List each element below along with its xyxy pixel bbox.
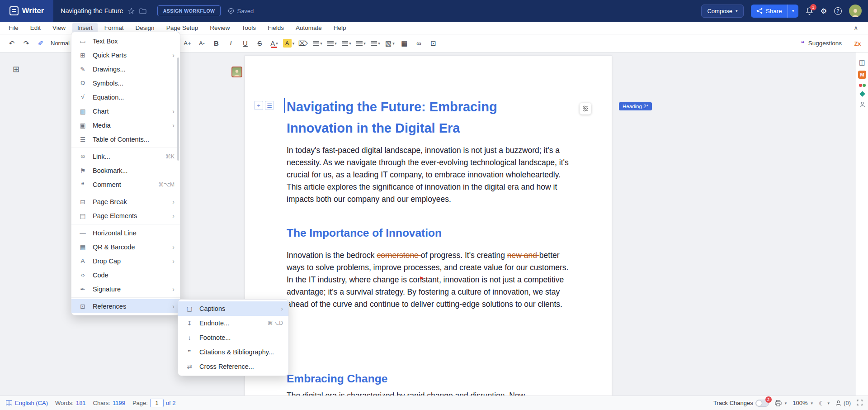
chevron-down-icon[interactable]: ▾ <box>736 9 738 13</box>
menu-item-link[interactable]: ∞ Link... ⌘K <box>71 149 180 163</box>
menu-fields[interactable]: Fields <box>263 23 289 33</box>
chevron-down-icon[interactable]: ▾ <box>378 41 380 46</box>
redo-button[interactable]: ↷ <box>20 37 32 50</box>
doc-heading-title[interactable]: Navigating the Future: Embracing Innovat… <box>287 96 515 139</box>
folder-icon[interactable] <box>139 8 146 14</box>
align-button[interactable]: ▾ <box>326 37 338 50</box>
clear-formatting-button[interactable]: ⌦ <box>297 37 309 50</box>
menu-item-equation[interactable]: √ Equation... <box>71 90 180 104</box>
doc-heading-embracing[interactable]: Embracing Change <box>287 372 387 385</box>
notifications-bell-icon[interactable]: 1 <box>806 7 813 15</box>
submenu-item-cross-reference[interactable]: ⇄ Cross Reference... <box>178 359 288 374</box>
submenu-item-captions[interactable]: ▢ Captions › <box>178 301 288 316</box>
paragraph-style-badge[interactable]: Heading 2* <box>619 102 652 110</box>
chevron-down-icon[interactable]: ▾ <box>335 41 337 46</box>
mail-app-icon[interactable]: M <box>858 71 866 79</box>
format-options-button[interactable] <box>580 103 591 114</box>
bullet-list-button[interactable]: ▾ <box>355 37 367 50</box>
chevron-down-icon[interactable]: ▾ <box>392 41 395 46</box>
menu-item-symbols[interactable]: Ω Symbols... <box>71 76 180 90</box>
increase-font-button[interactable]: A+ <box>181 37 193 50</box>
menu-view[interactable]: View <box>47 23 71 33</box>
menu-item-chart[interactable]: ▥ Chart › <box>71 104 180 118</box>
menu-item-code[interactable]: ‹› Code <box>71 268 180 282</box>
favorite-star-icon[interactable] <box>128 8 135 14</box>
apps-dots-icon[interactable] <box>859 84 866 87</box>
chevron-down-icon[interactable]: ▾ <box>292 41 295 46</box>
menu-item-horizontal-line[interactable]: — Horizontal Line <box>71 226 180 240</box>
side-panel-icon[interactable]: ◫ <box>859 59 865 66</box>
diamond-app-icon[interactable] <box>859 91 865 97</box>
doc-paragraph-2[interactable]: Innovation is the bedrock cornerstone of… <box>287 249 570 310</box>
document-page[interactable]: + ☰ Navigating the Future: Embracing Inn… <box>245 55 612 396</box>
undo-button[interactable]: ↶ <box>6 37 18 50</box>
share-button[interactable]: Share ▾ <box>751 5 798 18</box>
insert-image-button[interactable]: ▧▾ <box>384 37 396 50</box>
menu-edit[interactable]: Edit <box>25 23 46 33</box>
submenu-item-footnote[interactable]: ↓ Footnote... <box>178 330 288 345</box>
menu-help[interactable]: Help <box>329 23 351 33</box>
menu-item-drop-cap[interactable]: A Drop Cap › <box>71 254 180 268</box>
doc-paragraph-1[interactable]: In today's fast-paced digital landscape,… <box>287 144 571 205</box>
thumbnails-panel-icon[interactable]: ⊞ <box>13 64 19 74</box>
app-logo[interactable]: Writer <box>0 0 53 22</box>
user-avatar[interactable] <box>849 5 862 17</box>
menu-item-table-of-contents[interactable]: ☰ Table of Contents... <box>71 132 180 146</box>
word-count[interactable]: Words: 181 <box>55 400 86 406</box>
share-dropdown-chevron[interactable]: ▾ <box>788 5 798 18</box>
doc-paragraph-3[interactable]: The digital era is characterized by rapi… <box>287 390 570 396</box>
print-layout-button[interactable]: ▾ <box>775 400 787 406</box>
line-spacing-button[interactable]: ▾ <box>369 37 381 50</box>
italic-button[interactable]: I <box>225 37 236 50</box>
underline-button[interactable]: U <box>239 37 251 50</box>
highlight-color-button[interactable]: A ▾ <box>283 37 294 50</box>
settings-gear-icon[interactable]: ⚙ <box>821 7 827 15</box>
menu-item-text-box[interactable]: ▭ Text Box <box>71 34 180 48</box>
chevron-down-icon[interactable]: ▾ <box>785 401 787 405</box>
menu-item-bookmark[interactable]: ⚑ Bookmark... <box>71 163 180 177</box>
zia-assistant-icon[interactable]: Zx <box>852 38 863 49</box>
help-icon[interactable]: ? <box>834 7 842 15</box>
submenu-item-endnote[interactable]: ↧ Endnote... ⌘⌥D <box>178 316 288 330</box>
submenu-item-citations[interactable]: ❞ Citations & Bibliography... <box>178 345 288 359</box>
char-count[interactable]: Chars: 1199 <box>93 400 125 406</box>
menu-review[interactable]: Review <box>205 23 235 33</box>
fullscreen-button[interactable] <box>857 400 863 407</box>
menu-item-drawings[interactable]: ✎ Drawings... <box>71 62 180 76</box>
menu-item-qr-barcode[interactable]: ▦ QR & Barcode › <box>71 240 180 254</box>
language-selector[interactable]: English (CA) <box>5 400 48 406</box>
menu-item-signature[interactable]: ✒ Signature › <box>71 282 180 296</box>
document-title[interactable]: Navigating the Future <box>61 7 123 14</box>
chevron-down-icon[interactable]: ▾ <box>320 41 322 46</box>
menu-item-page-break[interactable]: ⊟ Page Break › <box>71 195 180 209</box>
insert-block-icon[interactable]: + <box>254 101 263 110</box>
suggestions-button[interactable]: ❝ Suggestions <box>801 39 842 48</box>
menu-scrollbar[interactable] <box>177 57 179 161</box>
menu-tools[interactable]: Tools <box>236 23 261 33</box>
chevron-down-icon[interactable]: ▾ <box>811 401 813 405</box>
menu-item-quick-parts[interactable]: ⊞ Quick Parts › <box>71 48 180 62</box>
chevron-down-icon[interactable]: ▾ <box>349 41 351 46</box>
strikethrough-button[interactable]: S <box>254 37 265 50</box>
menu-item-comment[interactable]: ❝ Comment ⌘⌥M <box>71 177 180 191</box>
decrease-font-button[interactable]: A- <box>196 37 208 50</box>
compose-button[interactable]: Compose ▾ <box>701 5 743 18</box>
numbered-list-button[interactable]: ▾ <box>311 37 323 50</box>
menu-item-media[interactable]: ▣ Media › <box>71 118 180 132</box>
menu-item-page-elements[interactable]: ▤ Page Elements › <box>71 209 180 223</box>
indent-button[interactable]: ▾ <box>340 37 352 50</box>
chevron-down-icon[interactable]: ▾ <box>828 401 830 405</box>
menu-item-references[interactable]: ⊡ References › <box>71 299 180 313</box>
text-color-button[interactable]: A ▾ <box>268 37 280 50</box>
chevron-down-icon[interactable]: ▾ <box>276 41 278 46</box>
bold-button[interactable]: B <box>210 37 222 50</box>
chevron-down-icon[interactable]: ▾ <box>363 41 366 46</box>
insert-table-button[interactable]: ▦ <box>398 37 410 50</box>
format-painter-button[interactable]: ✐ <box>35 37 47 50</box>
collapse-menubar-icon[interactable]: ∧ <box>854 24 864 31</box>
dark-mode-control[interactable]: ☾ ▾ <box>819 400 830 407</box>
page-number-input[interactable] <box>150 399 164 407</box>
doc-heading-importance[interactable]: The Importance of Innovation <box>287 227 442 239</box>
menu-automate[interactable]: Automate <box>291 23 327 33</box>
contacts-app-icon[interactable] <box>859 101 865 109</box>
